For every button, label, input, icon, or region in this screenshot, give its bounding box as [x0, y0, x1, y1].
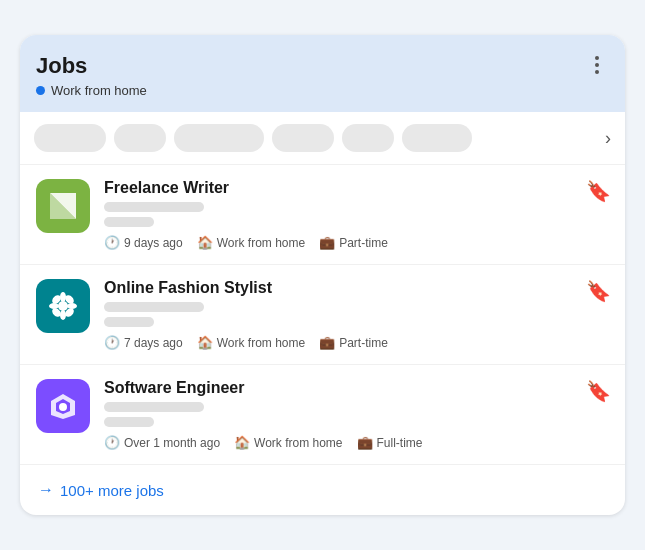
job-meta-fashion: 🕐 7 days ago 🏠 Work from home 💼 Part-tim… — [104, 335, 609, 350]
briefcase-icon-2: 💼 — [319, 335, 335, 350]
svg-point-4 — [60, 310, 66, 320]
chevron-right-icon[interactable]: › — [605, 128, 611, 149]
job-info-software: Software Engineer 🕐 Over 1 month ago 🏠 W… — [104, 379, 609, 450]
bookmark-button-software[interactable]: 🔖 — [586, 379, 611, 403]
meta-age: 🕐 9 days ago — [104, 235, 183, 250]
svg-point-2 — [58, 301, 68, 311]
clock-icon: 🕐 — [104, 235, 120, 250]
company-skeleton — [104, 202, 204, 212]
svg-point-3 — [60, 292, 66, 302]
jobs-card: Jobs Work from home › Freelance Writer — [20, 35, 625, 515]
meta-location-2: 🏠 Work from home — [197, 335, 305, 350]
clock-icon-2: 🕐 — [104, 335, 120, 350]
meta-type-3: 💼 Full-time — [357, 435, 423, 450]
arrow-right-icon: → — [38, 481, 54, 499]
job-meta-software: 🕐 Over 1 month ago 🏠 Work from home 💼 Fu… — [104, 435, 609, 450]
job-logo-fashion — [36, 279, 90, 333]
status-dot — [36, 86, 45, 95]
clock-icon-3: 🕐 — [104, 435, 120, 450]
company-skeleton-3 — [104, 402, 204, 412]
svg-point-6 — [67, 303, 77, 309]
job-type-3: Full-time — [377, 436, 423, 450]
fashion-logo-icon — [46, 289, 80, 323]
header-subtitle: Work from home — [36, 83, 609, 98]
job-logo-freelance — [36, 179, 90, 233]
job-logo-software — [36, 379, 90, 433]
filter-chip-4[interactable] — [272, 124, 334, 152]
job-age: 9 days ago — [124, 236, 183, 250]
job-info-freelance: Freelance Writer 🕐 9 days ago 🏠 Work fro… — [104, 179, 609, 250]
job-location: Work from home — [217, 236, 305, 250]
subtitle-text: Work from home — [51, 83, 147, 98]
job-item-software-engineer[interactable]: Software Engineer 🕐 Over 1 month ago 🏠 W… — [20, 365, 625, 465]
filter-chip-2[interactable] — [114, 124, 166, 152]
svg-point-11 — [59, 403, 67, 411]
filter-chip-6[interactable] — [402, 124, 472, 152]
more-options-button[interactable] — [583, 51, 611, 79]
bookmark-button-freelance[interactable]: 🔖 — [586, 179, 611, 203]
job-location-3: Work from home — [254, 436, 342, 450]
briefcase-icon: 💼 — [319, 235, 335, 250]
job-age-2: 7 days ago — [124, 336, 183, 350]
home-icon: 🏠 — [197, 235, 213, 250]
job-item-freelance-writer[interactable]: Freelance Writer 🕐 9 days ago 🏠 Work fro… — [20, 165, 625, 265]
job-title-software: Software Engineer — [104, 379, 609, 397]
meta-location-3: 🏠 Work from home — [234, 435, 342, 450]
job-type-2: Part-time — [339, 336, 388, 350]
more-jobs-link[interactable]: → 100+ more jobs — [20, 465, 625, 515]
company-skeleton-2 — [104, 302, 204, 312]
home-icon-2: 🏠 — [197, 335, 213, 350]
job-age-3: Over 1 month ago — [124, 436, 220, 450]
job-info-fashion: Online Fashion Stylist 🕐 7 days ago 🏠 Wo… — [104, 279, 609, 350]
detail-skeleton-2 — [104, 317, 154, 327]
meta-age-2: 🕐 7 days ago — [104, 335, 183, 350]
job-title-fashion: Online Fashion Stylist — [104, 279, 609, 297]
software-logo-icon — [46, 389, 80, 423]
job-location-2: Work from home — [217, 336, 305, 350]
job-type: Part-time — [339, 236, 388, 250]
svg-point-5 — [49, 303, 59, 309]
filter-row: › — [20, 112, 625, 165]
briefcase-icon-3: 💼 — [357, 435, 373, 450]
home-icon-3: 🏠 — [234, 435, 250, 450]
job-title-freelance: Freelance Writer — [104, 179, 609, 197]
header: Jobs Work from home — [20, 35, 625, 112]
meta-type: 💼 Part-time — [319, 235, 388, 250]
page-title: Jobs — [36, 53, 609, 79]
job-meta-freelance: 🕐 9 days ago 🏠 Work from home 💼 Part-tim… — [104, 235, 609, 250]
detail-skeleton — [104, 217, 154, 227]
filter-chip-3[interactable] — [174, 124, 264, 152]
job-item-fashion-stylist[interactable]: Online Fashion Stylist 🕐 7 days ago 🏠 Wo… — [20, 265, 625, 365]
bookmark-button-fashion[interactable]: 🔖 — [586, 279, 611, 303]
filter-chip-1[interactable] — [34, 124, 106, 152]
meta-age-3: 🕐 Over 1 month ago — [104, 435, 220, 450]
meta-type-2: 💼 Part-time — [319, 335, 388, 350]
freelance-logo-icon — [46, 189, 80, 223]
meta-location: 🏠 Work from home — [197, 235, 305, 250]
more-jobs-label: 100+ more jobs — [60, 482, 164, 499]
detail-skeleton-3 — [104, 417, 154, 427]
filter-chip-5[interactable] — [342, 124, 394, 152]
